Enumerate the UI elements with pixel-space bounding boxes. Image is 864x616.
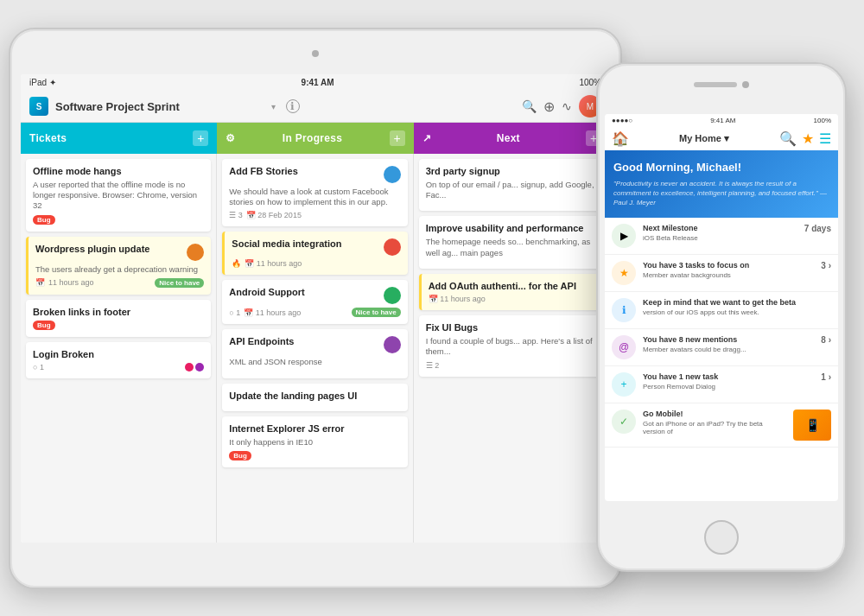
iphone-greeting: Good Morning, Michael! [613,161,829,174]
card-meta: ☰ 3 📅 28 Feb 2015 [229,211,302,219]
iphone-nav-title: My Home ▾ [679,133,729,144]
card-fix-ui[interactable]: Fix UI Bugs I found a couple of bugs... … [419,315,604,377]
card-desc: A user reported that the offline mode is… [33,180,204,212]
column-tickets: Tickets + Offline mode hangs A user repo… [21,123,217,543]
milestone-icon: ▶ [612,224,636,248]
iphone-star-icon[interactable]: ★ [802,130,814,147]
iphone-speaker [694,82,737,87]
iphone-item-mentions[interactable]: @ You have 8 new mentions Member avatars… [605,329,838,366]
dropdown-arrow[interactable]: ▾ [271,102,276,111]
item-content: Next Milestone iOS Beta Release [643,224,797,242]
column-header-next: ↗ Next + [414,123,610,154]
newtask-icon: + [612,372,636,397]
share-icon[interactable]: ↗ [422,132,431,144]
iphone-item-info[interactable]: ℹ Keep in mind that we want to get the b… [605,292,838,329]
project-name: Software Project Sprint [55,100,264,113]
card-title: Improve usability and performance [426,223,597,233]
nice-badge: Nice to have [352,308,401,317]
card-desc: I found a couple of bugs... app. Here's … [426,336,597,358]
iphone-item-milestone[interactable]: ▶ Next Milestone iOS Beta Release 7 days [605,218,838,255]
iphone-item-gomobile[interactable]: ✓ Go Mobile! Got an iPhone or an iPad? T… [605,403,838,448]
ipad-header: S Software Project Sprint ▾ ℹ 🔍 ⊕ ∿ M [21,92,610,123]
card-landing-pages[interactable]: Update the landing pages UI [222,384,407,411]
card-social-media[interactable]: Social media integration 🔥 📅 11 hours ag… [222,232,407,275]
card-meta: 📅 11 hours ago [429,295,486,303]
info-icon[interactable]: ℹ [286,99,300,113]
card-meta: ○ 1 📅 11 hours ago [229,308,301,317]
add-inprogress-button[interactable]: + [390,130,405,146]
item-sub: Member avatars could be dragg... [643,346,814,353]
bug-badge: Bug [33,321,55,330]
status-left: iPad ✦ [29,78,56,87]
card-footer: Bug [229,451,400,460]
card-desc: The users already get a deprecation warn… [35,264,204,275]
card-api-endpoints[interactable]: API Endpoints XML and JSON response [222,329,407,378]
nice-badge: Nice to have [155,278,204,288]
iphone-search-icon[interactable]: 🔍 [779,130,797,147]
next-label: Next [497,132,520,144]
ipad-device: iPad ✦ 9:41 AM 100% S Software Project S… [9,28,622,589]
card-meta: ☰ 2 [426,361,440,370]
card-offline-mode[interactable]: Offline mode hangs A user reported that … [26,159,211,232]
inprogress-label: In Progress [283,132,342,144]
card-wordpress[interactable]: Wordpress plugin update The users alread… [26,237,211,295]
bug-badge: Bug [229,451,251,460]
add-ticket-button[interactable]: + [193,130,208,146]
iphone-status-bar: ●●●●○ 9:41 AM 100% [605,114,838,127]
card-broken-links[interactable]: Broken links in footer Bug [26,300,211,337]
card-title: Fix UI Bugs [426,322,597,333]
iphone-nav: 🏠 My Home ▾ 🔍 ★ ☰ [605,127,838,150]
tickets-label: Tickets [29,132,67,144]
item-sub: Member avatar backgrounds [643,271,814,279]
card-footer: ☰ 2 [426,361,597,370]
item-badge: 7 days [804,224,831,233]
card-footer: Bug [33,215,204,225]
bug-badge: Bug [33,215,55,225]
activity-icon[interactable]: ∿ [562,99,572,113]
card-android-support[interactable]: Android Support ○ 1 📅 11 hours ago Nice … [222,280,407,324]
iphone-device: ●●●●○ 9:41 AM 100% 🏠 My Home ▾ 🔍 ★ ☰ Goo… [596,62,847,572]
item-sub: version of our iOS apps out this week. [643,308,831,316]
ipad-screen: iPad ✦ 9:41 AM 100% S Software Project S… [21,74,610,543]
item-content: You have 8 new mentions Member avatars c… [643,335,814,353]
next-body: 3rd party signup On top of our email / p… [414,154,610,543]
iphone-home-button[interactable] [704,520,739,555]
card-meta: 🔥 📅 11 hours ago [232,259,302,268]
card-login-broken[interactable]: Login Broken ○ 1 [26,342,211,378]
item-content: You have 1 new task Person Removal Dialo… [643,372,814,391]
item-sub: Got an iPhone or an iPad? Try the beta v… [643,420,786,435]
add-icon[interactable]: ⊕ [543,98,555,115]
search-icon[interactable]: 🔍 [522,99,537,113]
iphone-menu-icon[interactable]: ☰ [819,130,831,147]
inprogress-body: Add FB Stories We should have a look at … [217,154,413,543]
iphone-item-newtask[interactable]: + You have 1 new task Person Removal Dia… [605,366,838,403]
card-title: Add FB Stories [229,166,400,183]
iphone-item-tasks[interactable]: ★ You have 3 tasks to focus on Member av… [605,255,838,292]
card-ie-error[interactable]: Internet Explorer JS error It only happe… [222,416,407,467]
iphone-nav-icons: 🔍 ★ ☰ [779,130,831,147]
iphone-time: 9:41 AM [710,117,735,124]
card-usability[interactable]: Improve usability and performance The ho… [419,216,604,269]
iphone-screen: ●●●●○ 9:41 AM 100% 🏠 My Home ▾ 🔍 ★ ☰ Goo… [605,114,838,501]
card-meta: ○ 1 [33,363,44,372]
home-icon[interactable]: 🏠 [612,130,629,147]
item-badge: 3 › [821,261,831,270]
card-title: Login Broken [33,349,204,359]
card-footer: 📅 11 hours ago Nice to have [35,278,204,288]
card-footer: 📅 11 hours ago [429,295,597,303]
settings-icon[interactable]: ⚙ [226,132,235,144]
item-title: Go Mobile! [643,410,786,418]
card-footer: 🔥 📅 11 hours ago [232,259,400,268]
item-badge: 1 › [821,372,831,382]
card-title: Add OAuth authenti... for the API [429,281,597,291]
card-footer: ○ 1 [33,363,204,372]
card-fb-stories[interactable]: Add FB Stories We should have a look at … [222,159,407,227]
iphone-camera [694,81,749,88]
column-next: ↗ Next + 3rd party signup On top of our … [414,123,610,543]
card-3rd-party[interactable]: 3rd party signup On top of our email / p… [419,159,604,212]
card-title: API Endpoints [229,336,400,353]
card-title: Social media integration [232,238,400,256]
card-oauth[interactable]: Add OAuth authenti... for the API 📅 11 h… [419,274,604,310]
info-icon: ℹ [612,298,636,322]
iphone-cam-dot [742,81,749,88]
